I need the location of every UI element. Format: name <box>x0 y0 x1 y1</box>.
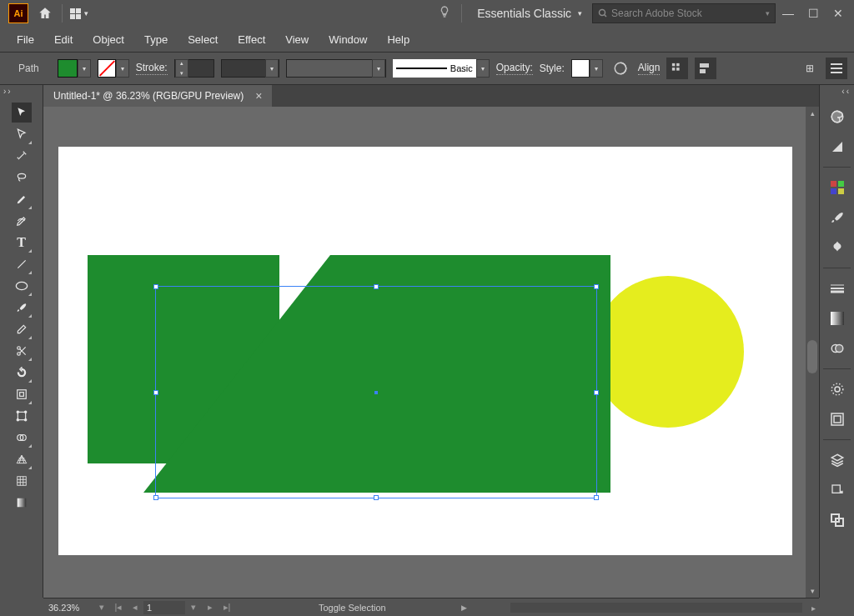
close-button[interactable]: ✕ <box>826 1 851 26</box>
zoom-dropdown-icon[interactable]: ▾ <box>93 602 110 613</box>
horizontal-scrollbar[interactable] <box>510 603 802 613</box>
artboards-panel-icon[interactable] <box>826 508 849 532</box>
chevron-down-icon: ▾ <box>578 9 582 18</box>
gradient-panel-icon[interactable] <box>826 307 849 330</box>
stroke-panel-icon[interactable] <box>826 277 849 300</box>
zoom-level-input[interactable]: 36.23% <box>43 603 93 613</box>
close-tab-icon[interactable]: × <box>255 89 262 103</box>
align-label[interactable]: Align <box>638 62 661 75</box>
curvature-tool[interactable] <box>12 211 32 231</box>
stroke-label[interactable]: Stroke: <box>136 62 168 75</box>
maximize-button[interactable]: ☐ <box>801 1 826 26</box>
next-artboard-icon[interactable]: ▸ <box>202 602 219 613</box>
status-menu-icon[interactable]: ▶ <box>461 603 467 612</box>
canvas[interactable]: ▴ ▾ <box>43 107 819 598</box>
svg-rect-3 <box>672 63 676 67</box>
brushes-panel-icon[interactable] <box>826 206 849 229</box>
swatches-panel-icon[interactable] <box>826 176 849 199</box>
gradient-tool[interactable] <box>12 493 32 513</box>
color-panel-icon[interactable] <box>826 105 849 128</box>
perspective-grid-tool[interactable] <box>12 449 32 469</box>
resize-handle-br[interactable] <box>594 495 599 500</box>
direct-selection-tool[interactable] <box>12 124 32 144</box>
document-tab[interactable]: Untitled-1* @ 36.23% (RGB/GPU Preview) × <box>43 85 272 107</box>
recolor-icon[interactable] <box>610 58 631 79</box>
mesh-tool[interactable] <box>12 471 32 491</box>
expand-panels-icon[interactable]: ‹‹ <box>841 87 854 102</box>
last-artboard-icon[interactable]: ▸| <box>219 602 235 613</box>
expand-tools-icon[interactable]: ›› <box>0 87 13 102</box>
document-tab-bar: Untitled-1* @ 36.23% (RGB/GPU Preview) × <box>43 85 819 107</box>
svg-rect-4 <box>677 63 681 67</box>
menu-type[interactable]: Type <box>134 28 178 51</box>
selection-tool[interactable] <box>12 103 32 123</box>
graphic-style-dropdown[interactable]: ▾ <box>571 59 603 78</box>
menu-select[interactable]: Select <box>178 28 228 51</box>
pencil-tool[interactable] <box>12 319 32 339</box>
svg-point-19 <box>17 411 18 413</box>
menu-object[interactable]: Object <box>83 28 134 51</box>
transform-icon[interactable]: ⊞ <box>799 58 821 79</box>
ellipse-tool[interactable] <box>12 276 32 296</box>
artboard-number-input[interactable]: 1 <box>143 601 185 614</box>
brush-definition-disabled: ▾ <box>286 59 386 78</box>
stroke-weight-input[interactable]: ▴▾ <box>174 59 214 78</box>
scroll-right-icon[interactable]: ▸ <box>811 603 816 613</box>
panel-dock: ‹‹ <box>819 85 854 598</box>
rotate-tool[interactable] <box>12 363 32 383</box>
resize-handle-bm[interactable] <box>374 495 379 500</box>
menu-window[interactable]: Window <box>319 28 377 51</box>
workspace-switcher[interactable]: Essentials Classic ▾ <box>467 7 592 20</box>
shape-builder-tool[interactable] <box>12 428 32 448</box>
line-tool[interactable] <box>12 254 32 274</box>
asset-export-panel-icon[interactable] <box>826 478 849 502</box>
menu-help[interactable]: Help <box>377 28 419 51</box>
menu-edit[interactable]: Edit <box>44 28 83 51</box>
menu-view[interactable]: View <box>275 28 319 51</box>
lasso-tool[interactable] <box>12 168 32 188</box>
first-artboard-icon[interactable]: |◂ <box>110 602 127 613</box>
stroke-profile-dropdown[interactable]: ▾ <box>221 59 279 78</box>
pen-tool[interactable] <box>12 189 32 209</box>
color-guide-panel-icon[interactable] <box>826 135 849 158</box>
artboard-dropdown-icon[interactable]: ▾ <box>185 602 202 613</box>
stock-search-input[interactable]: Search Adobe Stock ▾ <box>592 3 776 23</box>
opacity-label[interactable]: Opacity: <box>496 62 533 75</box>
minimize-button[interactable]: — <box>776 1 801 26</box>
svg-rect-6 <box>677 68 681 71</box>
layers-panel-icon[interactable] <box>826 448 849 472</box>
arrange-documents-button[interactable]: ▾ <box>68 2 91 25</box>
type-tool[interactable]: T <box>12 233 32 253</box>
chevron-down-icon: ▾ <box>84 9 88 18</box>
magic-wand-tool[interactable] <box>12 146 32 166</box>
graphic-styles-panel-icon[interactable] <box>826 408 849 431</box>
free-transform-tool[interactable] <box>12 406 32 426</box>
home-icon[interactable] <box>33 2 57 25</box>
align-options-icon[interactable] <box>666 58 688 79</box>
scroll-down-icon[interactable]: ▾ <box>806 584 819 598</box>
fill-swatch[interactable]: ▾ <box>58 59 91 78</box>
width-tool[interactable] <box>12 384 32 404</box>
shape-mode-icon[interactable] <box>695 58 716 79</box>
resize-handle-bl[interactable] <box>153 495 158 500</box>
artboard[interactable] <box>58 147 792 555</box>
search-placeholder: Search Adobe Stock <box>611 8 702 19</box>
appearance-panel-icon[interactable] <box>826 378 849 401</box>
transparency-panel-icon[interactable] <box>826 337 849 360</box>
document-tab-label: Untitled-1* @ 36.23% (RGB/GPU Preview) <box>53 90 244 102</box>
scroll-up-icon[interactable]: ▴ <box>806 107 819 120</box>
brush-dropdown[interactable]: Basic ▾ <box>393 59 490 78</box>
paintbrush-tool[interactable] <box>12 298 32 318</box>
menu-file[interactable]: File <box>7 28 44 51</box>
vertical-scrollbar[interactable]: ▴ ▾ <box>806 107 819 598</box>
symbols-panel-icon[interactable] <box>826 236 849 259</box>
prev-artboard-icon[interactable]: ◂ <box>127 602 143 613</box>
stroke-swatch[interactable]: ▾ <box>98 59 129 78</box>
shape-circle[interactable] <box>592 276 744 428</box>
svg-point-21 <box>17 419 18 421</box>
menu-effect[interactable]: Effect <box>228 28 275 51</box>
scrollbar-thumb[interactable] <box>807 340 817 373</box>
tips-icon[interactable] <box>433 5 456 22</box>
scissors-tool[interactable] <box>12 341 32 361</box>
panel-menu-icon[interactable] <box>826 58 847 79</box>
